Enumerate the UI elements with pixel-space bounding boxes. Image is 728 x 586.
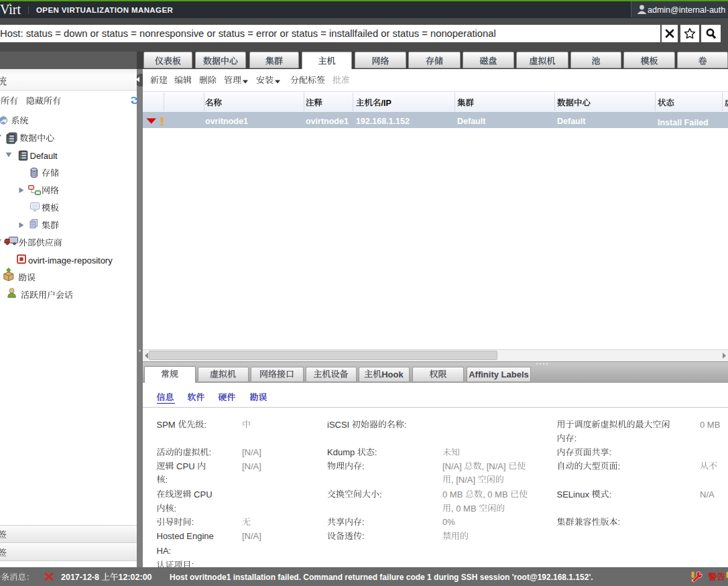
svg-text:HA:: HA: <box>157 546 172 556</box>
svg-text::: : <box>209 447 212 457</box>
svg-text::: : <box>609 489 612 500</box>
svg-text:ovirt-image-repository: ovirt-image-repository <box>28 255 113 266</box>
svg-text:admin@internal-auth: admin@internal-auth <box>648 5 725 15</box>
svg-text:Host: status = down or status: Host: status = down or status = nonrespo… <box>0 28 496 39</box>
svg-text:[N/A]: [N/A] <box>242 461 261 471</box>
svg-text::: : <box>362 461 365 471</box>
svg-text:CPU: CPU <box>174 461 198 471</box>
svg-text:ovritnode1: ovritnode1 <box>205 117 248 126</box>
svg-text::: : <box>166 475 168 485</box>
svg-text:192.168.1.152: 192.168.1.152 <box>356 117 410 126</box>
svg-text:SELinux: SELinux <box>557 489 592 500</box>
svg-text:12:02:00: 12:02:00 <box>119 573 152 582</box>
svg-text:CPU: CPU <box>192 489 213 500</box>
svg-text:Default: Default <box>557 117 586 126</box>
svg-text::: : <box>404 420 407 430</box>
svg-text:Host ovritnode1 installation f: Host ovritnode1 installation failed. Com… <box>170 573 593 582</box>
svg-text:Default: Default <box>457 117 486 126</box>
svg-text:[N/A]: [N/A] <box>442 461 465 471</box>
svg-text:2017-12-8: 2017-12-8 <box>61 573 101 582</box>
svg-text:iSCSI: iSCSI <box>327 420 352 430</box>
svg-text::: : <box>362 517 365 527</box>
svg-text::: : <box>362 531 365 541</box>
svg-text:SPM: SPM <box>157 420 178 430</box>
svg-text::: : <box>609 447 612 457</box>
svg-text:Affinity Labels: Affinity Labels <box>469 369 529 379</box>
svg-text:ovirtnode1: ovirtnode1 <box>306 117 349 126</box>
svg-text:, [N/A]: , [N/A] <box>482 461 509 471</box>
svg-text:0 MB: 0 MB <box>700 420 720 430</box>
svg-text::: : <box>618 517 621 527</box>
svg-text:, [N/A]: , [N/A] <box>451 475 478 485</box>
svg-text:0%: 0% <box>442 517 455 527</box>
svg-text::: : <box>174 504 177 514</box>
svg-text:/IP: /IP <box>381 99 391 108</box>
svg-text:Kdump: Kdump <box>327 447 357 457</box>
svg-text::: : <box>574 433 577 443</box>
svg-text:Default: Default <box>30 151 58 161</box>
svg-text:Hosted Engine: Hosted Engine <box>157 531 214 541</box>
svg-text::: : <box>192 517 194 527</box>
svg-text::: : <box>618 461 621 471</box>
svg-text:[N/A]: [N/A] <box>242 447 261 457</box>
svg-text:0 MB: 0 MB <box>442 489 465 500</box>
svg-text:, 0 MB: , 0 MB <box>451 504 479 514</box>
svg-text:[N/A]: [N/A] <box>242 531 261 541</box>
svg-text::: : <box>379 489 382 500</box>
svg-text::: : <box>375 447 377 457</box>
svg-text:, 0 MB: , 0 MB <box>483 489 510 500</box>
svg-text:N/A: N/A <box>700 489 715 500</box>
svg-text:Hook: Hook <box>381 369 404 379</box>
svg-text::: : <box>204 420 206 430</box>
svg-text:Install Failed: Install Failed <box>658 118 709 127</box>
svg-text:OPEN VIRTUALIZATION MANAGER: OPEN VIRTUALIZATION MANAGER <box>36 6 173 14</box>
